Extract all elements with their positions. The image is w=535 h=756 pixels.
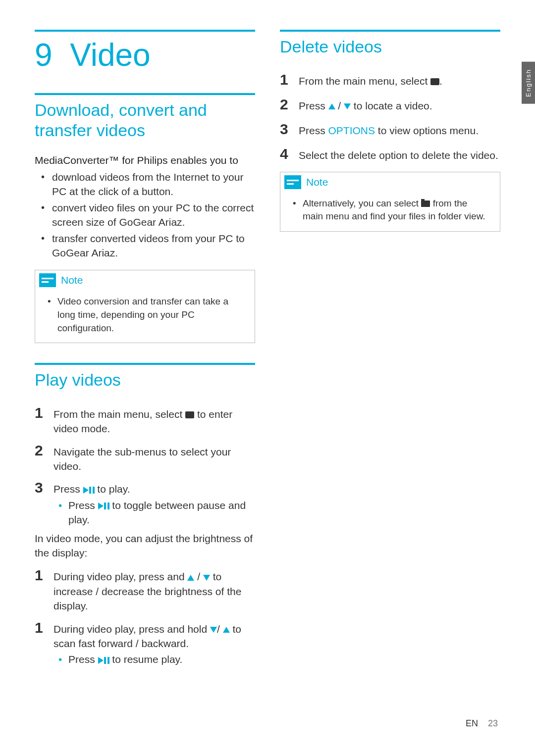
note-icon [39,273,56,287]
footer-page-number: 23 [488,718,498,729]
sub-item: Press to toggle between pause and play. [68,498,255,527]
sub-text: Press [68,500,98,511]
page-content: 9 Video Download, convert and transfer v… [0,0,535,701]
list-item: download videos from the Internet to you… [52,170,255,199]
play-pause-icon [98,657,109,664]
step-1: 1 From the main menu, select to enter vi… [35,403,255,436]
step-text: Press [299,100,328,111]
mediaconverter-name: MediaConverter™ [35,154,119,166]
step-number: 1 [35,617,54,638]
step-number: 1 [35,403,54,423]
step-text: / [194,571,203,582]
intro-suffix: for Philips enables you to [119,154,238,166]
step-text: From the main menu, select [299,75,430,87]
page-footer: EN 23 [466,718,498,729]
list-item: transfer converted videos from your PC t… [52,231,255,260]
folder-icon [421,201,430,207]
step-number: 1 [35,565,54,586]
section-delete-title: Delete videos [280,30,500,57]
step-text: Press [54,483,83,495]
note-box-conversion: Note Video conversion and transfer can t… [35,270,255,343]
sub-text: Press [68,654,98,665]
sub-item: Press to resume play. [68,652,255,666]
up-arrow-icon [328,103,335,109]
scan-step: 1 During video play, press and hold / to… [35,617,255,667]
options-label: OPTIONS [328,125,375,136]
play-pause-icon [98,503,109,509]
delete-steps: 1 From the main menu, select . 2 Press /… [280,69,500,164]
step-number: 1 [280,69,299,90]
note-body: Video conversion and transfer can take a… [35,290,255,343]
note-box-alternative: Note Alternatively, you can select from … [280,172,500,232]
note-before: Alternatively, you can select [303,198,421,208]
step-number: 2 [280,94,299,115]
video-icon [185,411,194,418]
sub-bullet: Press to toggle between pause and play. [54,498,255,527]
note-label: Note [61,274,83,286]
step-text: Select the delete option to delete the v… [299,148,500,162]
right-column: Delete videos 1 From the main menu, sele… [280,30,500,671]
step-number: 3 [35,477,54,498]
step-text: During video play, press and [54,571,187,582]
down-arrow-icon [210,627,217,633]
up-arrow-icon [187,575,194,581]
play-pause-icon [83,487,95,494]
note-header: Note [280,172,500,192]
note-label: Note [306,176,328,188]
section-download-title: Download, convert and transfer videos [35,93,255,141]
note-body: Alternatively, you can select from the m… [280,192,500,231]
brightness-steps: 1 During video play, press and / to incr… [35,565,255,666]
mediaconverter-intro: MediaConverter™ for Philips enables you … [35,153,255,167]
note-text: Video conversion and transfer can take a… [50,295,245,335]
video-icon [430,78,439,85]
step-text: to view options menu. [375,125,479,136]
delete-step-1: 1 From the main menu, select . [280,69,500,90]
brightness-step: 1 During video play, press and / to incr… [35,565,255,613]
features-list: download videos from the Internet to you… [35,170,255,260]
brightness-intro: In video mode, you can adjust the bright… [35,531,255,560]
step-text: Press [299,125,328,136]
section-play-title: Play videos [35,363,255,390]
step-text: Navigate the sub-menus to select your vi… [54,445,255,474]
delete-step-4: 4 Select the delete option to delete the… [280,144,500,164]
chapter-name: Video [70,37,151,73]
sub-bullet: Press to resume play. [54,652,255,666]
step-text: During video play, press and hold [54,623,210,635]
step-text: to play. [95,483,130,495]
note-text: Alternatively, you can select from the m… [295,197,490,223]
play-steps: 1 From the main menu, select to enter vi… [35,403,255,527]
language-tab: English [522,62,535,104]
chapter-number: 9 [35,37,53,73]
step-number: 3 [280,119,299,140]
up-arrow-icon [223,627,230,633]
step-text: . [439,75,442,87]
note-header: Note [35,270,255,290]
down-arrow-icon [203,575,210,581]
delete-step-3: 3 Press OPTIONS to view options menu. [280,119,500,140]
step-text: / [217,623,223,635]
step-text: / [335,100,344,111]
delete-step-2: 2 Press / to locate a video. [280,94,500,115]
step-number: 4 [280,144,299,164]
down-arrow-icon [344,103,351,109]
chapter-title: 9 Video [35,30,255,73]
note-icon [284,175,301,189]
step-3: 3 Press to play. Press to toggle between… [35,477,255,527]
step-number: 2 [35,440,54,461]
list-item: convert video files on your PC to the co… [52,201,255,230]
sub-text: to resume play. [109,654,183,665]
step-text: to locate a video. [351,100,432,111]
left-column: 9 Video Download, convert and transfer v… [35,30,255,671]
footer-language: EN [466,718,478,729]
step-2: 2 Navigate the sub-menus to select your … [35,440,255,474]
step-text: From the main menu, select [54,408,185,420]
